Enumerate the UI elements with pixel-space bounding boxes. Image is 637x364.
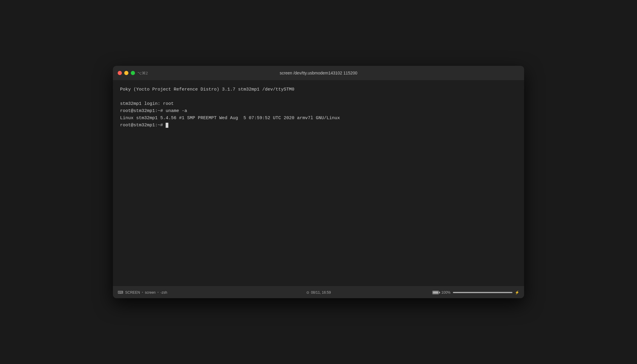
separator-2: • (157, 290, 159, 295)
maximize-button[interactable] (131, 71, 135, 75)
traffic-lights (118, 71, 135, 75)
terminal-line-6: root@stm32mp1:~# (120, 122, 517, 129)
prompt-text: root@stm32mp1:~# (120, 123, 166, 128)
minimize-button[interactable] (124, 71, 128, 75)
battery-bar-fill (453, 292, 512, 293)
screen-icon: ⌨ (118, 290, 123, 295)
separator-1: • (142, 290, 143, 295)
battery-percent: 100% (441, 290, 450, 295)
keyboard-shortcut: ⌥⌘2 (137, 71, 148, 75)
terminal-line-2 (120, 93, 517, 100)
terminal-line-1: Poky (Yocto Project Reference Distro) 3.… (120, 86, 517, 93)
lightning-icon: ⚡ (515, 290, 519, 295)
statusbar-right: 100% ⚡ (432, 290, 519, 295)
shell-name: -zsh (160, 290, 167, 295)
close-button[interactable] (118, 71, 122, 75)
terminal-line-5: Linux stm32mp1 5.4.56 #1 SMP PREEMPT Wed… (120, 115, 517, 122)
terminal-window: ⌥⌘2 screen /dev/tty.usbmodem143102 11520… (113, 66, 524, 298)
session-name: SCREEN (125, 290, 140, 295)
titlebar: ⌥⌘2 screen /dev/tty.usbmodem143102 11520… (113, 66, 524, 80)
statusbar: ⌨ SCREEN • screen • -zsh ⊙ 08/11, 16:59 … (113, 286, 524, 298)
terminal-line-3: stm32mp1 login: root (120, 100, 517, 108)
battery-bar (453, 292, 512, 293)
time-display: 08/11, 16:59 (311, 290, 331, 295)
window-title: screen /dev/tty.usbmodem143102 115200 (280, 71, 357, 75)
clock-icon: ⊙ (306, 290, 309, 295)
statusbar-left: ⌨ SCREEN • screen • -zsh (118, 290, 167, 295)
cursor (166, 123, 168, 128)
terminal-line-4: root@stm32mp1:~# uname -a (120, 108, 517, 115)
statusbar-center: ⊙ 08/11, 16:59 (306, 290, 331, 295)
battery-icon (432, 291, 439, 294)
program-name: screen (145, 290, 156, 295)
battery-fill (433, 291, 438, 294)
terminal-body[interactable]: Poky (Yocto Project Reference Distro) 3.… (113, 80, 524, 286)
